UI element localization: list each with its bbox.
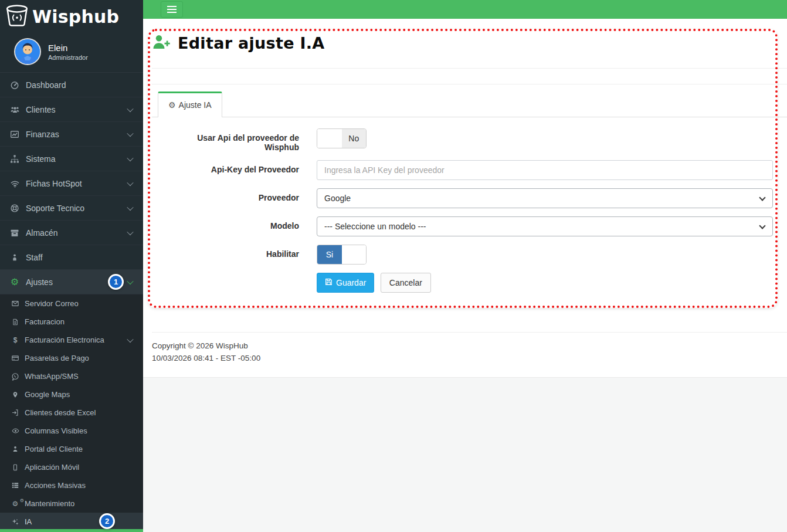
provider-label: Proveedor [162,188,299,208]
submenu-item-facturacion[interactable]: Facturacion [0,313,143,331]
tab-ajuste-ia[interactable]: ⚙Ajuste IA [158,92,222,117]
page-title: Editar ajuste I.A [178,34,325,52]
timestamp-text: 10/03/2026 08:41 - EST -05:00 [152,352,787,364]
sidebar-item-dashboard[interactable]: Dashboard [0,73,143,97]
submenu-item-whatsapp-sms[interactable]: WhatsApp/SMS [0,367,143,385]
user-icon [8,445,22,453]
sign-in-icon [8,409,22,416]
floppy-disk-icon [325,278,333,287]
model-label: Modelo [162,216,299,236]
chart-line-icon [7,130,22,139]
divider [152,84,787,84]
list-rows-icon [8,482,22,489]
save-button[interactable]: Guardar [317,273,374,293]
ajuste-ia-form: Usar Api del proveedor de Wisphub No Api… [152,128,787,293]
user-plus-icon [152,34,171,52]
tab-bar: ⚙Ajuste IA [152,92,787,117]
sidebar-item-soporte-tecnico[interactable]: Soporte Tecnico [0,196,143,221]
toggle-knob [342,245,366,264]
cogs-icon: ⚙⚙ [8,500,22,508]
chevron-down-icon [127,105,133,111]
toggle-on-label: Si [317,245,342,264]
credit-card-icon [8,354,22,362]
dollar-icon: $ [8,336,22,344]
submenu-item-aplicacion-movil[interactable]: Aplicación Móvil [0,458,143,476]
submenu-item-mantenimiento[interactable]: ⚙⚙ Mantenimiento [0,494,143,513]
enable-label: Habilitar [162,245,299,265]
person-icon [7,253,22,262]
app-logo[interactable]: Wisphub [0,0,143,33]
submenu-item-pasarelas-de-pago[interactable]: Pasarelas de Pago [0,349,143,367]
annotation-step-2-badge: 2 [99,513,115,529]
page-background-lower [143,377,787,532]
ajustes-submenu: Servidor Correo Facturacion $ Facturació… [0,294,143,531]
chevron-down-icon [127,336,133,342]
gear-icon: ⚙ [168,100,176,110]
toggle-knob [317,129,342,148]
hamburger-menu-icon [167,6,177,13]
avatar [14,38,41,65]
archive-box-icon [7,228,22,238]
chevron-down-icon [127,277,133,284]
sidebar-item-fichas-hotspot[interactable]: Fichas HotSpot [0,171,143,196]
page-header: Editar ajuste I.A [152,19,787,69]
model-select[interactable]: --- Seleccione un modelo --- [317,216,773,236]
provider-select[interactable]: Google [317,188,773,208]
wifi-icon [7,179,22,188]
sidebar: Wisphub Elein Administrador [0,0,143,532]
topbar [143,0,787,19]
file-text-icon [8,318,22,326]
submenu-item-ia[interactable]: IA [0,513,143,531]
toggle-off-label: No [342,129,367,148]
app-title: Wisphub [32,6,119,27]
sidebar-item-sistema[interactable]: Sistema [0,147,143,171]
users-icon [7,105,22,114]
sidebar-menu: Dashboard Clientes Finanzas [0,73,143,294]
sidebar-item-finanzas[interactable]: Finanzas [0,122,143,147]
api-key-input[interactable] [317,160,773,180]
footer-divider [152,332,787,333]
sparkles-icon [8,518,22,526]
submenu-item-clientes-desde-excel[interactable]: Clientes desde Excel [0,404,143,422]
submenu-item-facturacion-electronica[interactable]: $ Facturación Electronica [0,331,143,349]
user-panel: Elein Administrador [0,33,143,73]
submenu-item-servidor-correo[interactable]: Servidor Correo [0,294,143,313]
sidebar-bottom-accent [0,529,143,532]
envelope-icon [8,300,22,307]
submenu-item-portal-del-cliente[interactable]: Portal del Cliente [0,440,143,458]
sidebar-item-clientes[interactable]: Clientes [0,97,143,122]
chevron-down-icon [127,154,133,161]
sitemap-icon [7,154,22,164]
sidebar-toggle-button[interactable] [161,1,183,18]
submenu-item-acciones-masivas[interactable]: Acciones Masivas [0,476,143,494]
wisphub-bucket-antenna-icon [5,4,29,31]
map-marker-icon [8,391,22,399]
cancel-button[interactable]: Cancelar [381,273,431,293]
annotation-step-1-badge: 1 [108,274,124,290]
copyright-text: Copyright © 2026 WispHub [152,340,787,352]
sidebar-item-almacen[interactable]: Almacén [0,221,143,245]
user-role: Administrador [48,54,88,61]
eye-icon [8,427,22,435]
api-key-label: Api-Key del Proveedor [162,160,299,180]
chevron-down-icon [127,204,133,210]
main-content: Editar ajuste I.A ⚙Ajuste IA Usar Api de… [143,19,787,532]
submenu-item-google-maps[interactable]: Google Maps [0,385,143,404]
gear-icon: ⚙ [7,276,22,287]
sidebar-item-staff[interactable]: Staff [0,245,143,270]
user-name: Elein [48,43,88,53]
use-api-label: Usar Api del proveedor de Wisphub [162,128,299,152]
use-api-toggle[interactable]: No [317,128,367,148]
tachometer-icon [7,80,22,90]
chevron-down-icon [127,130,133,136]
enable-toggle[interactable]: Si [317,245,367,265]
chevron-down-icon [127,228,133,235]
chevron-down-icon [127,179,133,185]
whatsapp-icon [8,372,22,381]
mobile-icon [8,463,22,472]
submenu-item-columnas-visibles[interactable]: Columnas Visibles [0,422,143,440]
footer: Copyright © 2026 WispHub 10/03/2026 08:4… [152,340,787,364]
life-ring-icon [7,204,22,213]
